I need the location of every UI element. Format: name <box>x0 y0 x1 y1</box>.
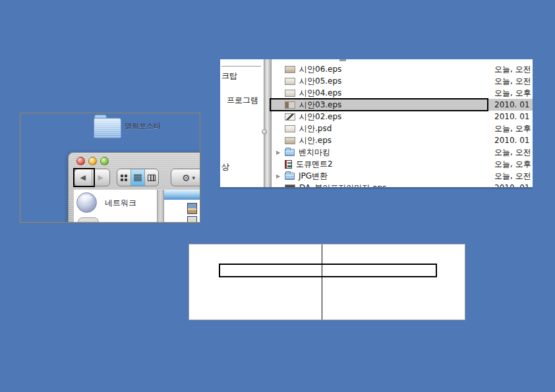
folder-icon <box>285 173 295 180</box>
file-icon <box>285 113 295 121</box>
file-icon <box>285 137 295 144</box>
file-date: 오늘, 오전 <box>494 76 531 87</box>
file-name: 시안.eps <box>299 135 332 146</box>
file-name: 시안04.eps <box>299 88 341 99</box>
file-name: 벤치마킹 <box>299 147 330 158</box>
hard-disk-icon <box>78 217 99 223</box>
view-mode-group <box>117 169 159 186</box>
column-header <box>164 190 200 200</box>
folder-icon[interactable] <box>94 115 121 138</box>
sidebar-item-network[interactable]: 네트워크 <box>105 198 136 209</box>
file-date: 오늘, 오후 <box>494 123 531 134</box>
file-icon <box>285 78 295 85</box>
file-rows: ▶ 시안06.eps 오늘, 오전 ▶ 시안05.eps 오늘, 오전 ▶ 시안… <box>272 63 533 189</box>
file-date: 오늘, 오전 <box>494 147 531 158</box>
document-canvas-fragment <box>189 244 465 320</box>
file-icon <box>285 90 295 97</box>
chevron-down-icon: ▾ <box>192 175 196 181</box>
file-date: 2010. 01 <box>494 112 529 121</box>
file-list-fragment: 크탑 프로그램 상 ▶ 시안06.eps 오늘, 오전 ▶ 시안05.eps 오… <box>220 59 533 189</box>
file-row[interactable]: ▶ 시안06.eps 오늘, 오전 <box>272 63 533 75</box>
icon-view-button[interactable] <box>117 169 131 186</box>
splitter-knob[interactable] <box>262 129 267 134</box>
desktop-screenshot-fragment: 영화포스터 ◀ ▶ ⚙ ▾ <box>20 113 200 223</box>
column-view-button[interactable] <box>144 169 158 186</box>
photo-thumbnail-icon <box>187 216 197 223</box>
file-row[interactable]: ▶ 도큐멘트2 오늘, 오후 <box>272 158 533 170</box>
gear-icon: ⚙ <box>182 173 190 182</box>
file-name: DA_북어표지이미지.eps <box>299 182 386 190</box>
file-date: 오늘, 오후 <box>494 88 531 99</box>
rectangle-outline-shape <box>219 264 437 277</box>
file-row[interactable]: ▶ JPG변환 오늘, 오전 <box>272 170 533 182</box>
sidebar-divider <box>221 66 261 67</box>
file-date: 오늘, 오전 <box>494 171 531 182</box>
back-button-highlight-box <box>73 168 95 187</box>
file-name: 시안06.eps <box>299 64 341 75</box>
minimize-button[interactable] <box>88 157 97 165</box>
pane-splitter[interactable] <box>264 59 272 187</box>
sidebar-item-programs[interactable]: 프로그램 <box>227 95 258 106</box>
file-row[interactable]: ▶ 시안.psd 오늘, 오후 <box>272 123 533 134</box>
network-globe-icon <box>76 192 97 213</box>
sidebar-item-desktop[interactable]: 크탑 <box>221 70 237 82</box>
finder-window-body: 네트워크 <box>74 190 200 223</box>
close-button[interactable] <box>76 157 85 165</box>
folder-icon <box>285 149 295 156</box>
list-view-button[interactable] <box>131 169 144 186</box>
pane-divider[interactable] <box>157 190 164 223</box>
folder-label[interactable]: 영화포스터 <box>125 121 161 131</box>
icon-view-icon <box>121 175 127 181</box>
file-name: 시안.psd <box>299 123 332 134</box>
file-name: 시안02.eps <box>299 111 341 123</box>
file-name: 시안05.eps <box>299 76 341 87</box>
list-view-icon <box>134 175 142 181</box>
action-button[interactable]: ⚙ ▾ <box>171 169 200 186</box>
file-row[interactable]: ▶ 시안04.eps 오늘, 오후 <box>272 87 533 99</box>
finder-sidebar: 네트워크 <box>74 190 157 223</box>
file-date: 오늘, 오후 <box>494 159 531 170</box>
photo-thumbnail-icon <box>187 203 197 214</box>
forward-icon: ▶ <box>98 173 103 182</box>
file-name: JPG변환 <box>299 171 328 182</box>
disclosure-triangle-icon[interactable]: ▶ <box>272 173 285 179</box>
document-icon <box>285 160 292 169</box>
zoom-button[interactable] <box>100 157 109 165</box>
selected-row-highlight-box <box>270 98 488 111</box>
center-vertical-guide-line <box>322 244 322 320</box>
file-date: 2010. 01 <box>494 100 529 109</box>
file-row[interactable]: ▶ 벤치마킹 오늘, 오전 <box>272 146 533 158</box>
sidebar-item[interactable]: 상 <box>221 161 229 173</box>
clipped-icon-fragment <box>339 59 346 61</box>
file-icon <box>285 125 295 132</box>
file-date: 2010. 01 <box>494 136 529 145</box>
file-icon <box>285 184 295 190</box>
disclosure-triangle-icon[interactable]: ▶ <box>272 150 285 155</box>
file-icon <box>285 66 295 73</box>
file-name: 도큐멘트2 <box>296 159 333 170</box>
column-view-icon <box>148 175 156 181</box>
finder-file-pane <box>164 190 200 223</box>
file-row[interactable]: ▶ DA_북어표지이미지.eps 2010. 01 <box>272 182 533 189</box>
folder-icon-body <box>94 118 121 138</box>
file-row[interactable]: ▶ 시안05.eps 오늘, 오전 <box>272 75 533 87</box>
file-row[interactable]: ▶ 시안02.eps 2010. 01 <box>272 111 533 123</box>
file-row[interactable]: ▶ 시안.eps 2010. 01 <box>272 134 533 146</box>
file-date: 2010. 01 <box>494 183 529 189</box>
finder-window: ◀ ▶ ⚙ ▾ 네트워크 <box>68 152 200 223</box>
file-date: 오늘, 오전 <box>494 64 531 75</box>
